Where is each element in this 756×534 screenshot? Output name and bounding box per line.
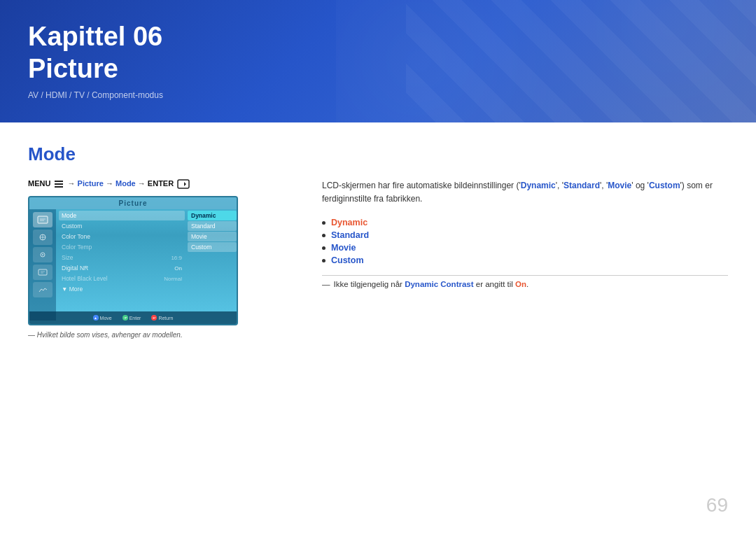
menu-step-picture: Picture [78,179,104,188]
bullet-item-custom: Custom [322,254,728,267]
bullet-label-dynamic: Dynamic [331,218,368,227]
bullet-dot-custom [322,259,326,262]
desc-sep3: ' og ' [631,181,649,190]
menu-row-value-hotel-black: Normal [164,276,182,282]
menu-row-size: Size 16:9 [59,253,185,262]
footnote-section: ― Ikke tilgjengelig når Dynamic Contrast… [322,275,728,288]
desc-standard: Standard [564,181,600,190]
header-title: Kapittel 06 Picture [28,21,728,85]
sub-item-dynamic: Dynamic [188,211,237,220]
header-banner: Kapittel 06 Picture AV / HDMI / TV / Com… [0,0,756,122]
description-paragraph: LCD-skjermen har fire automatiske bildei… [322,179,728,206]
mode-bullet-list: Dynamic Standard Movie Custom [322,216,728,267]
header-subtitle: AV / HDMI / TV / Component-modus [28,90,728,100]
desc-movie: Movie [608,181,631,190]
desc-custom: Custom [649,181,680,190]
arrow1: → [68,179,78,188]
menu-row-label-size: Size [62,254,171,261]
menu-row-value-size: 16:9 [171,255,182,261]
bottom-btn-move: ▲ Move [93,315,112,321]
menu-row-more: ▼ More [59,284,185,294]
menu-row-label-color-temp: Color Temp [62,244,182,251]
bullet-label-movie: Movie [331,243,356,253]
menu-row-digital-nr: Digital NR On [59,263,185,273]
menu-step-enter: ENTER [148,179,174,188]
footnote-dash: ― [322,280,330,288]
bottom-btn-return: ↩ Return [151,315,173,321]
menu-path: MENU → Picture → Mode → ENTER [28,179,294,189]
bullet-dot-movie [322,246,326,250]
footnote-text-middle: er angitt til [474,280,515,288]
screen-title-bar: Picture [29,197,237,209]
bullet-item-dynamic: Dynamic [322,216,728,229]
screen-title: Picture [119,199,148,207]
desc-sep2: ', ' [600,181,608,190]
page-number: 69 [706,494,728,517]
right-column: LCD-skjermen har fire automatiske bildei… [322,179,728,288]
left-column: MENU → Picture → Mode → ENTER [28,179,294,339]
sub-item-standard: Standard [188,221,237,231]
bottom-btn-enter: ☞ Enter [122,315,141,321]
menu-row-label-mode: Mode [62,212,182,219]
svg-rect-3 [178,180,189,188]
svg-point-11 [42,254,43,255]
arrow2: → [106,179,115,188]
bullet-label-standard: Standard [331,230,369,240]
bullet-label-custom: Custom [331,255,364,265]
sub-item-movie: Movie [188,232,237,241]
bullet-item-movie: Movie [322,241,728,254]
btn-move-label: Move [100,316,112,321]
screen-bottom-bar: ▲ Move ☞ Enter ↩ Return [29,311,237,324]
menu-row-hotel-black: Hotel Black Level Normal [59,274,185,283]
sub-item-custom: Custom [188,242,237,252]
svg-rect-12 [38,269,47,275]
tv-screen-mockup: Picture [28,196,238,325]
menu-row-color-temp: Color Temp [59,242,185,252]
menu-row-value-digital-nr: On [174,265,182,272]
content-area: Mode MENU → Picture → Mode → ENTER [0,122,756,360]
bullet-dot-standard [322,234,326,237]
svg-rect-2 [55,186,63,188]
enter-icon [177,179,190,189]
screen-icon-3 [33,247,52,262]
btn-enter-label: Enter [130,316,141,321]
menu-row-label-more: ▼ More [62,286,182,293]
screen-icon-5 [33,282,52,297]
footnote-on-text: On [515,280,526,288]
svg-rect-0 [55,181,63,182]
screen-icon-2 [33,230,52,245]
arrow3: → [138,179,148,188]
menu-row-label-custom: Custom [62,223,182,230]
footnote-text-after: . [526,280,528,288]
btn-enter-circle: ☞ [122,315,128,321]
menu-row-color-tone: Color Tone [59,232,185,241]
bullet-item-standard: Standard [322,229,728,241]
footnote-text-before: Ikke tilgjengelig når [334,280,405,288]
screen-content: Mode Custom Color Tone Color Temp Size [29,209,237,321]
bullet-dot-dynamic [322,221,326,225]
svg-rect-1 [55,183,63,185]
menu-row-mode: Mode [59,211,185,220]
menu-row-label-hotel-black: Hotel Black Level [62,275,164,282]
footnote-dynamic-contrast: Dynamic Contrast [405,280,473,288]
desc-sep1: ', ' [556,181,564,190]
screen-icon-1 [33,212,52,227]
screen-icons-col [29,209,56,321]
footnote-text: Ikke tilgjengelig når Dynamic Contrast e… [334,280,529,288]
desc-dynamic: Dynamic [521,181,556,190]
menu-row-custom: Custom [59,221,185,231]
desc-text-before: LCD-skjermen har fire automatiske bildei… [322,181,521,190]
page-title: Picture [28,54,118,83]
two-column-layout: MENU → Picture → Mode → ENTER [28,179,728,339]
svg-rect-4 [38,216,48,223]
chapter-label: Kapittel 06 [28,22,162,51]
screen-icon-4 [33,265,52,280]
menu-row-label-digital-nr: Digital NR [62,265,174,272]
image-note: ― Hvilket bilde som vises, avhenger av m… [28,331,294,339]
screen-menu-col: Mode Custom Color Tone Color Temp Size [56,209,188,321]
btn-return-circle: ↩ [151,315,157,321]
menu-label: MENU [28,179,50,188]
menu-grid-icon [54,179,64,189]
submenu-col: Dynamic Standard Movie Custom [188,209,237,321]
section-title: Mode [28,143,728,165]
